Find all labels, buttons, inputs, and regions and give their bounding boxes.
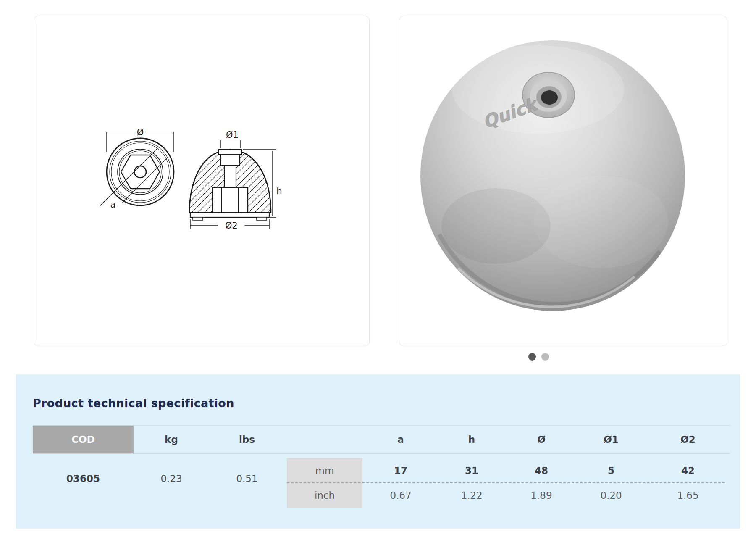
carousel-dot-1-active[interactable] [528,353,536,361]
spec-section: Product technical specification COD kg l… [16,374,740,529]
cell-cod: 03605 [33,454,134,503]
dim-label-d2: Ø2 [225,221,238,231]
col-header-h: h [437,426,507,453]
cell-diameter2-inch: 1.65 [646,483,730,508]
col-header-lbs: lbs [209,426,285,453]
dim-column-diameter2: 42 1.65 [646,454,730,509]
photo-slide-card[interactable]: Quick [399,16,727,346]
spec-table: COD kg lbs a h Ø Ø1 Ø2 03605 0.23 0.51 m… [33,425,730,509]
dim-column-a: 17 0.67 [365,454,437,509]
cell-h-mm: 31 [437,458,507,483]
cell-diameter-inch: 1.89 [507,483,576,508]
dim-label-h: h [276,186,282,196]
mm-inch-divider [287,482,725,483]
col-header-diameter: Ø [507,426,576,453]
cell-lbs: 0.51 [209,454,285,503]
col-header-diameter2: Ø2 [646,426,730,453]
dim-label-a: a [110,200,116,210]
product-photo: Quick [399,16,727,346]
spec-table-data-row: 03605 0.23 0.51 mm inch 17 0.67 31 1.22 … [33,454,730,509]
spec-section-title: Product technical specification [33,397,234,410]
col-header-cod: COD [33,426,134,453]
col-header-diameter1: Ø1 [576,426,646,453]
col-header-kg: kg [134,426,209,453]
cell-a-mm: 17 [365,458,437,483]
cell-h-inch: 1.22 [437,483,507,508]
cell-diameter2-mm: 42 [646,458,730,483]
cell-a-inch: 0.67 [365,483,437,508]
unit-label-mm: mm [287,458,362,483]
cell-kg: 0.23 [134,454,209,503]
spec-table-header-row: COD kg lbs a h Ø Ø1 Ø2 [33,425,730,454]
dim-label-diameter: Ø [137,127,144,137]
technical-drawing: Ø a Ø1 h Ø2 [97,112,294,238]
dim-label-d1: Ø1 [226,130,239,140]
drawing-slide-card[interactable]: Ø a Ø1 h Ø2 [34,16,370,346]
dim-column-h: 31 1.22 [437,454,507,509]
col-header-unit-spacer [285,426,365,453]
unit-label-inch: inch [287,483,362,508]
carousel-dot-2[interactable] [541,353,549,361]
dim-column-diameter: 48 1.89 [507,454,576,509]
cell-diameter1-mm: 5 [576,458,646,483]
col-header-a: a [365,426,437,453]
unit-column: mm inch [285,454,365,509]
cell-diameter1-inch: 0.20 [576,483,646,508]
carousel-dots [528,353,549,361]
dim-column-diameter1: 5 0.20 [576,454,646,509]
cell-diameter-mm: 48 [507,458,576,483]
